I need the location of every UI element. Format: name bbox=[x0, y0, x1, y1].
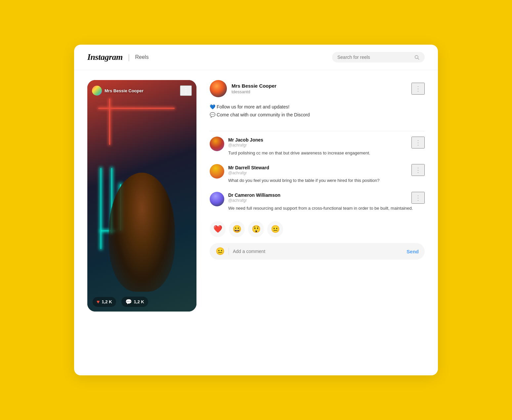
instagram-logo: Instagram bbox=[87, 52, 123, 62]
post-user-details: Mrs Bessie Cooper tdessantd bbox=[232, 83, 277, 94]
emoji-surprised-button[interactable]: 😲 bbox=[248, 221, 264, 237]
comment-name-3: Dr Cameron Williamson bbox=[228, 192, 280, 198]
video-card: Mrs Bessie Cooper ⋮ ♥ 1,2 K 💬 1,2 K bbox=[87, 80, 196, 312]
video-bottom-bar: ♥ 1,2 K 💬 1,2 K bbox=[87, 292, 196, 312]
post-more-button[interactable]: ⋮ bbox=[411, 83, 425, 95]
header-left: Instagram | Reels bbox=[87, 52, 149, 62]
header: Instagram | Reels bbox=[74, 45, 438, 70]
video-top-bar: Mrs Bessie Cooper ⋮ bbox=[87, 80, 196, 101]
send-button[interactable]: Send bbox=[406, 249, 419, 254]
comment-handle-2: @achrafgr bbox=[228, 171, 269, 175]
likes-stat[interactable]: ♥ 1,2 K bbox=[93, 297, 116, 307]
comment-item-2: Mr Darrell Steward @achrafgr ⋮ What do y… bbox=[210, 164, 425, 184]
comment-body-2: Mr Darrell Steward @achrafgr ⋮ What do y… bbox=[228, 164, 425, 184]
comment-header-3: Dr Cameron Williamson @achrafgr ⋮ bbox=[228, 192, 425, 204]
input-divider bbox=[229, 248, 229, 255]
comment-bubble-icon: 💬 bbox=[125, 299, 132, 305]
post-user-handle: tdessantd bbox=[232, 89, 277, 94]
emoji-row: ❤️ 😀 😲 😐 bbox=[210, 221, 425, 237]
divider-1 bbox=[210, 131, 425, 131]
emoji-heart-button[interactable]: ❤️ bbox=[210, 221, 226, 237]
post-caption: 💙 Follow us for more art and updates! 💬 … bbox=[210, 103, 425, 119]
comment-header-2: Mr Darrell Steward @achrafgr ⋮ bbox=[228, 164, 425, 176]
comment-name-1: Mr Jacob Jones bbox=[228, 137, 263, 143]
svg-line-1 bbox=[418, 58, 419, 60]
comment-avatar-1 bbox=[210, 137, 224, 151]
comment-handle-3: @achrafgr bbox=[228, 198, 280, 203]
emoji-neutral-button[interactable]: 😐 bbox=[267, 221, 283, 237]
caption-line-1: 💙 Follow us for more art and updates! bbox=[210, 103, 425, 111]
comment-emoji-trigger[interactable]: 😐 bbox=[216, 247, 225, 256]
person-silhouette bbox=[109, 173, 175, 292]
comment-header-1: Mr Jacob Jones @achrafgr ⋮ bbox=[228, 137, 425, 148]
post-user-name: Mrs Bessie Cooper bbox=[232, 83, 277, 89]
comment-user-1: Mr Jacob Jones @achrafgr bbox=[228, 137, 263, 147]
comments-count: 1,2 K bbox=[134, 299, 144, 304]
comment-item-3: Dr Cameron Williamson @achrafgr ⋮ We nee… bbox=[210, 192, 425, 212]
search-input[interactable] bbox=[337, 55, 411, 60]
right-panel: Mrs Bessie Cooper tdessantd ⋮ 💙 Follow u… bbox=[210, 80, 425, 260]
emoji-smile-button[interactable]: 😀 bbox=[229, 221, 245, 237]
comment-text-2: What do you feel you would bring to the … bbox=[228, 177, 425, 184]
search-bar[interactable] bbox=[332, 52, 425, 63]
video-user-info: Mrs Bessie Cooper bbox=[92, 86, 144, 96]
video-avatar bbox=[92, 86, 102, 96]
heart-icon: ♥ bbox=[97, 299, 100, 305]
comments-stat[interactable]: 💬 1,2 K bbox=[121, 297, 148, 307]
comment-more-button-3[interactable]: ⋮ bbox=[411, 192, 425, 204]
comment-handle-1: @achrafgr bbox=[228, 143, 263, 147]
post-user-info: Mrs Bessie Cooper tdessantd bbox=[210, 80, 277, 97]
post-header: Mrs Bessie Cooper tdessantd ⋮ bbox=[210, 80, 425, 97]
header-divider: | bbox=[128, 53, 130, 62]
comment-text-input[interactable] bbox=[233, 249, 403, 254]
post-avatar bbox=[210, 80, 227, 97]
video-username: Mrs Bessie Cooper bbox=[105, 88, 144, 93]
header-section-label: Reels bbox=[135, 54, 149, 60]
comment-text-3: We need full resourcing and support from… bbox=[228, 205, 425, 212]
comment-input-row: 😐 Send bbox=[210, 243, 425, 260]
comment-body-1: Mr Jacob Jones @achrafgr ⋮ Turd polishin… bbox=[228, 137, 425, 156]
comment-more-button-1[interactable]: ⋮ bbox=[411, 137, 425, 148]
comment-body-3: Dr Cameron Williamson @achrafgr ⋮ We nee… bbox=[228, 192, 425, 212]
comment-user-3: Dr Cameron Williamson @achrafgr bbox=[228, 192, 280, 203]
comment-more-button-2[interactable]: ⋮ bbox=[411, 164, 425, 176]
comment-name-2: Mr Darrell Steward bbox=[228, 165, 269, 170]
comment-avatar-3 bbox=[210, 192, 224, 206]
comment-user-2: Mr Darrell Steward @achrafgr bbox=[228, 165, 269, 175]
main-content: Mrs Bessie Cooper ⋮ ♥ 1,2 K 💬 1,2 K bbox=[74, 70, 438, 325]
video-more-button[interactable]: ⋮ bbox=[180, 85, 192, 96]
comments-section: Mr Jacob Jones @achrafgr ⋮ Turd polishin… bbox=[210, 137, 425, 212]
comment-item: Mr Jacob Jones @achrafgr ⋮ Turd polishin… bbox=[210, 137, 425, 156]
search-icon bbox=[414, 55, 419, 60]
comment-text-1: Turd polishing cc me on that but drive a… bbox=[228, 150, 425, 156]
comment-avatar-2 bbox=[210, 164, 224, 179]
app-container: Instagram | Reels bbox=[74, 45, 438, 375]
likes-count: 1,2 K bbox=[102, 299, 112, 304]
caption-line-2: 💬 Come chat with our community in the Di… bbox=[210, 111, 425, 119]
